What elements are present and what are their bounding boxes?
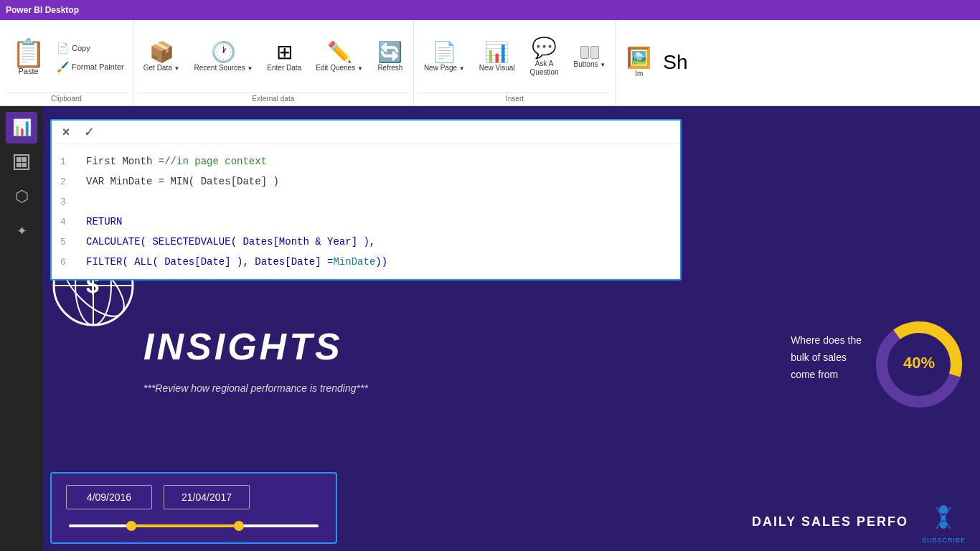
start-date-input[interactable]: 4/09/2016 [66, 485, 152, 509]
refresh-label: Refresh [377, 64, 402, 72]
sidebar: 📊 ⬡ ✦ [0, 106, 43, 551]
format-painter-icon: 🖌️ [57, 61, 69, 72]
line-num-3: 3 [60, 193, 75, 212]
slider-thumb-right[interactable] [234, 521, 244, 531]
app-title: Power BI Desktop [6, 5, 79, 15]
ribbon: 📋 Paste 📄 Copy 🖌️ Format Painter Clipboa… [0, 20, 980, 106]
right-text-line2: bulk of sales [791, 349, 862, 367]
confirm-editor-button[interactable]: ✓ [80, 123, 98, 141]
get-data-button[interactable]: 📦 Get Data ▼ [139, 39, 184, 75]
sidebar-item-model[interactable]: ⬡ [6, 181, 37, 212]
subscribe-label[interactable]: SUBSCRIBE [922, 537, 966, 544]
recent-sources-icon: 🕐 [211, 42, 236, 62]
code-text-6d: ) [382, 252, 387, 272]
ask-question-icon: 💬 [532, 38, 557, 58]
line-num-6: 6 [60, 253, 75, 272]
subtitle-text: ***Review how regional performance is tr… [143, 382, 368, 394]
line-num-5: 5 [60, 233, 75, 252]
code-text-2: VAR MinDate = MIN( Dates[Date] ) [86, 171, 279, 192]
clipboard-label: Clipboard [6, 93, 127, 103]
buttons-button[interactable]: Buttons ▼ [570, 43, 611, 72]
right-text-line1: Where does the [791, 332, 862, 349]
edit-queries-icon: ✏️ [327, 42, 352, 62]
new-visual-label: New Visual [479, 64, 515, 72]
code-editor-toolbar: × ✓ [52, 121, 680, 144]
code-line-6: 6 FILTER( ALL( Dates[Date] ), Dates[Date… [52, 252, 680, 272]
ask-question-label-line2: Question [530, 68, 559, 77]
shapes-button[interactable]: Sh [659, 50, 692, 77]
code-line-3: 3 [52, 192, 680, 212]
copy-label: Copy [72, 44, 90, 52]
ask-question-label-line1: Ask A [530, 60, 559, 68]
end-date-value: 21/04/2017 [182, 491, 232, 503]
code-body: 1 First Month = //in page context 2 VAR … [52, 144, 680, 279]
edit-queries-label: Edit Queries [316, 64, 355, 72]
bar-chart-icon: 📊 [12, 118, 32, 137]
slider-thumb-left[interactable] [126, 521, 136, 531]
code-text-6c: ) [375, 252, 381, 272]
close-editor-button[interactable]: × [57, 123, 75, 141]
new-page-icon: 📄 [432, 42, 457, 62]
code-text-1b: //in page context [164, 151, 267, 171]
end-date-input[interactable]: 21/04/2017 [164, 485, 250, 509]
model-icon: ⬡ [15, 187, 29, 206]
daily-sales-label: DAILY SALES PERFO [752, 514, 908, 529]
code-editor: × ✓ 1 First Month = //in page context 2 … [50, 119, 682, 281]
right-text-line3: come from [791, 367, 862, 384]
refresh-button[interactable]: 🔄 Refresh [373, 39, 407, 75]
ai-icon: ✦ [17, 223, 27, 239]
image-icon: 🖼️ [626, 48, 651, 68]
new-page-label: New Page [424, 64, 457, 72]
code-text-5: CALCULATE( SELECTEDVALUE( Dates[Month & … [86, 232, 375, 252]
top-bar: Power BI Desktop [0, 0, 980, 20]
code-text-1a: First Month = [86, 151, 164, 171]
slider-fill [131, 524, 239, 527]
paste-icon: 📋 [11, 39, 45, 67]
code-text-6a: FILTER( ALL( Dates[Date] ), Dates[Date] … [86, 252, 333, 272]
paste-button[interactable]: 📋 Paste [6, 23, 51, 91]
enter-data-label: Enter Data [267, 64, 301, 72]
shapes-icon: Sh [663, 52, 687, 72]
right-info-panel: Where does the bulk of sales come from [791, 332, 862, 383]
recent-sources-button[interactable]: 🕐 Recent Sources ▼ [189, 39, 257, 75]
date-slider[interactable] [69, 521, 319, 531]
code-text-6b: MinDate [333, 252, 375, 272]
code-line-1: 1 First Month = //in page context [52, 151, 680, 171]
ask-question-button[interactable]: 💬 Ask A Question [525, 35, 564, 80]
clipboard-group: 📋 Paste 📄 Copy 🖌️ Format Painter Clipboa… [0, 20, 133, 105]
image-button[interactable]: 🖼️ Im [622, 45, 656, 80]
sidebar-item-report[interactable]: 📊 [6, 112, 37, 143]
enter-data-button[interactable]: ⊞ Enter Data [263, 39, 306, 75]
code-line-4: 4 RETURN [52, 212, 680, 232]
get-data-icon: 📦 [149, 42, 174, 62]
new-page-button[interactable]: 📄 New Page ▼ [420, 39, 469, 75]
external-data-label: External data [139, 93, 407, 103]
code-line-2: 2 VAR MinDate = MIN( Dates[Date] ) [52, 171, 680, 192]
start-date-value: 4/09/2016 [87, 491, 131, 503]
format-painter-label: Format Painter [72, 62, 124, 71]
donut-chart: 40% [872, 318, 966, 411]
paste-label: Paste [18, 67, 38, 75]
external-data-group: 📦 Get Data ▼ 🕐 Recent Sources ▼ ⊞ Enter … [133, 20, 414, 105]
svg-text:40%: 40% [903, 354, 935, 372]
buttons-icon [580, 46, 599, 59]
new-visual-icon: 📊 [484, 42, 509, 62]
buttons-label: Buttons [574, 60, 598, 68]
format-painter-button[interactable]: 🖌️ Format Painter [54, 60, 127, 74]
copy-button[interactable]: 📄 Copy [54, 41, 127, 55]
subscribe-section: SUBSCRIBE [922, 504, 966, 544]
insert-label: Insert [420, 93, 610, 103]
sidebar-item-data[interactable] [6, 146, 37, 178]
edit-queries-button[interactable]: ✏️ Edit Queries ▼ [311, 39, 367, 75]
check-icon: ✓ [84, 124, 95, 140]
sidebar-item-ai[interactable]: ✦ [6, 215, 37, 247]
subscribe-icon [925, 504, 961, 532]
main-canvas: × ✓ 1 First Month = //in page context 2 … [43, 106, 980, 551]
get-data-label: Get Data [143, 64, 172, 72]
far-right-group: 🖼️ Im Sh [616, 20, 697, 105]
insights-title: INSIGHTS [143, 325, 343, 368]
refresh-icon: 🔄 [377, 42, 402, 62]
new-visual-button[interactable]: 📊 New Visual [475, 39, 519, 75]
line-num-4: 4 [60, 213, 75, 232]
svg-point-9 [939, 505, 948, 514]
